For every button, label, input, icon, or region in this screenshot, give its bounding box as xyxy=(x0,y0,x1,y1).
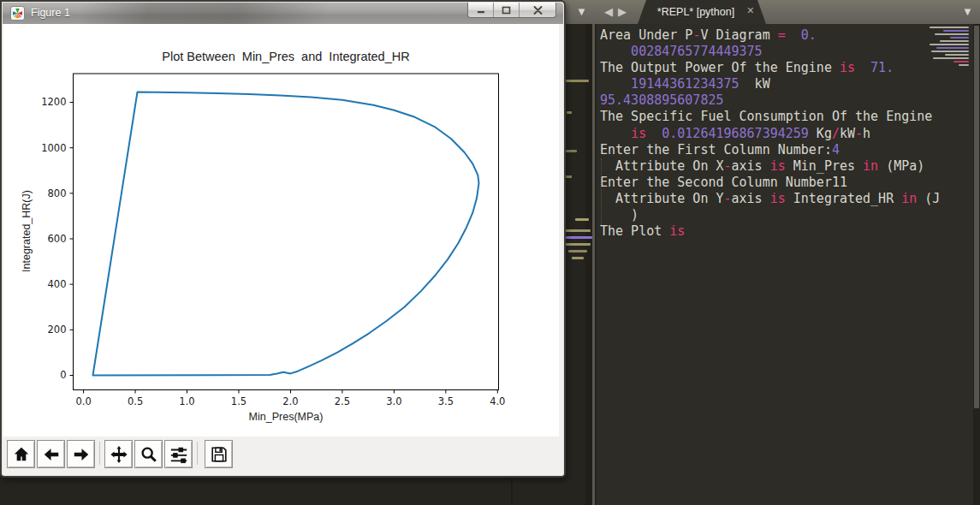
toolbar-separator xyxy=(99,442,100,465)
repl-line: Enter the Second Column Number11 xyxy=(600,175,940,191)
window-controls xyxy=(467,3,556,18)
tab-nav-back-icon[interactable]: ◀ xyxy=(604,5,613,19)
window-title: Figure 1 xyxy=(31,7,70,19)
figure-window: Figure 1 0.00.51.01.52.02.53.03.54.00200… xyxy=(0,0,566,478)
x-axis-label: Min_Pres(MPa) xyxy=(249,411,324,423)
repl-line: The Plot is xyxy=(600,223,940,240)
svg-text:2.5: 2.5 xyxy=(335,395,350,407)
svg-text:800: 800 xyxy=(48,187,67,199)
svg-text:0.0: 0.0 xyxy=(75,395,91,407)
repl-tabbar: ▼ ◀ ▶ *REPL* [python] × ▼ xyxy=(562,0,980,24)
repl-line: Enter the First Column Number:4 xyxy=(600,142,940,158)
figure-titlebar[interactable]: Figure 1 xyxy=(3,3,563,24)
forward-button[interactable] xyxy=(67,440,95,468)
repl-line: The Output Power Of the Engine is 71. xyxy=(600,60,940,76)
repl-line: Area Under P-V Diagram = 0. xyxy=(600,27,940,44)
repl-line: 00284765774449375 xyxy=(600,44,940,60)
matplotlib-toolbar xyxy=(3,437,563,475)
repl-shell-panel[interactable]: Area Under P-V Diagram = 0. 002847657744… xyxy=(597,24,980,505)
repl-line: is 0.01264196867394259 Kg/kW-h xyxy=(600,126,940,142)
configure-subplots-button[interactable] xyxy=(164,440,193,468)
tabbar-dropdown-left-icon[interactable]: ▼ xyxy=(576,5,587,19)
svg-text:2.0: 2.0 xyxy=(282,395,298,407)
tabbar-dropdown-right-icon[interactable]: ▼ xyxy=(962,5,973,19)
repl-line: Attribute On X-axis is Min_Pres in (MPa) xyxy=(600,158,940,175)
repl-scrollbar[interactable] xyxy=(973,24,980,505)
matplotlib-icon xyxy=(10,6,25,21)
tab-close-icon[interactable]: × xyxy=(747,3,754,17)
toolbar-separator xyxy=(197,442,198,465)
svg-text:3.0: 3.0 xyxy=(386,395,401,407)
svg-text:0: 0 xyxy=(60,369,66,381)
svg-text:3.5: 3.5 xyxy=(438,395,454,407)
svg-text:1200: 1200 xyxy=(41,96,66,108)
close-button[interactable] xyxy=(520,3,555,17)
pan-button[interactable] xyxy=(104,440,133,468)
zoom-rect-button[interactable] xyxy=(134,440,163,468)
repl-line: The Specific Fuel Consumption Of the Eng… xyxy=(600,109,940,125)
repl-line: ) xyxy=(600,207,940,223)
plot-svg: 0.00.51.01.52.02.53.03.54.00200400600800… xyxy=(3,24,559,437)
svg-text:1.0: 1.0 xyxy=(179,395,194,407)
repl-line: Attribute On Y-axis is Integrated_HR in … xyxy=(600,191,940,207)
y-axis-label: Integrated_HR(J) xyxy=(21,190,33,272)
svg-text:4.0: 4.0 xyxy=(490,395,505,407)
tab-repl-python[interactable]: *REPL* [python] × xyxy=(638,0,766,24)
indent-guide xyxy=(601,158,602,225)
pane-splitter[interactable] xyxy=(592,24,595,505)
repl-line: 19144361234375 kW xyxy=(600,76,940,92)
pane-divider-dark-band xyxy=(585,24,592,505)
svg-text:200: 200 xyxy=(48,324,67,336)
svg-text:0.5: 0.5 xyxy=(128,395,143,407)
svg-text:1000: 1000 xyxy=(41,142,66,154)
tab-label: *REPL* [python] xyxy=(657,6,746,18)
svg-text:600: 600 xyxy=(48,233,67,245)
screen: ▼ ◀ ▶ *REPL* [python] × ▼ Area Under P-V… xyxy=(0,0,980,505)
maximize-button[interactable] xyxy=(494,3,520,17)
home-button[interactable] xyxy=(7,440,35,468)
plot-canvas: 0.00.51.01.52.02.53.03.54.00200400600800… xyxy=(3,24,559,437)
minimap xyxy=(924,27,969,68)
repl-line: 95.4308895607825 xyxy=(600,92,940,109)
repl-scrollbar-thumb[interactable] xyxy=(974,26,979,408)
pane-divider-faint xyxy=(511,474,513,505)
tab-nav-forward-icon[interactable]: ▶ xyxy=(618,5,627,19)
data-series-line xyxy=(93,92,479,376)
save-button[interactable] xyxy=(205,440,233,468)
repl-output: Area Under P-V Diagram = 0. 002847657744… xyxy=(600,27,940,240)
svg-text:1.5: 1.5 xyxy=(231,395,246,407)
minimize-button[interactable] xyxy=(468,3,494,17)
svg-text:400: 400 xyxy=(48,278,67,290)
back-button[interactable] xyxy=(37,440,65,468)
plot-title: Plot Between Min_Pres and Integrated_HR xyxy=(162,50,409,63)
